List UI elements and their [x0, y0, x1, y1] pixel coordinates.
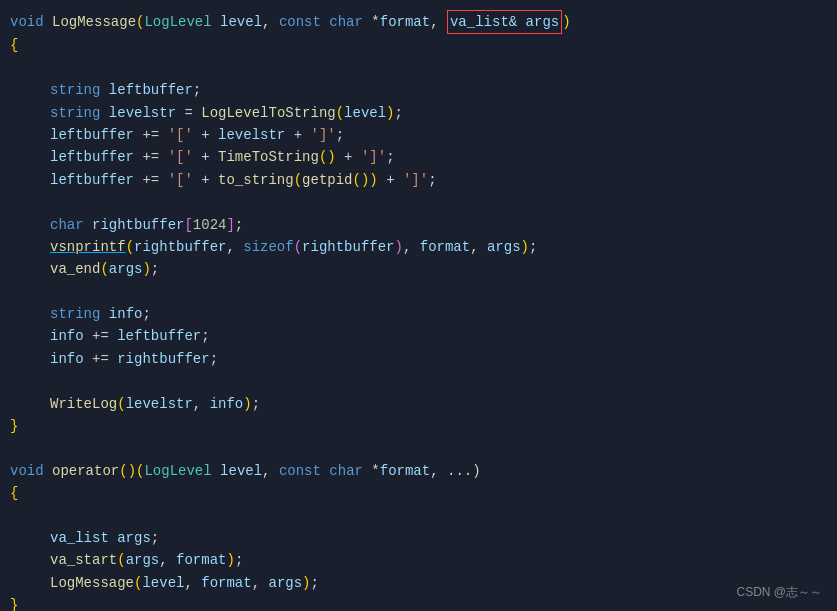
code-line: leftbuffer += '[' + to_string ( getpid (…: [0, 169, 837, 191]
code-line: leftbuffer += '[' + TimeToString () + ']…: [0, 146, 837, 168]
code-line: [0, 505, 837, 527]
code-line: void LogMessage ( LogLevel level , const…: [0, 10, 837, 34]
code-line: va_list args ;: [0, 527, 837, 549]
code-line: string info ;: [0, 303, 837, 325]
code-line: LogMessage ( level , format , args ) ;: [0, 572, 837, 594]
code-line: }: [0, 594, 837, 611]
code-line: leftbuffer += '[' + levelstr + ']' ;: [0, 124, 837, 146]
fn-logmessage: LogMessage: [52, 11, 136, 33]
code-line: [0, 57, 837, 79]
code-line: info += rightbuffer ;: [0, 348, 837, 370]
code-line: WriteLog ( levelstr , info ) ;: [0, 393, 837, 415]
code-line: string levelstr = LogLevelToString ( lev…: [0, 102, 837, 124]
code-line: void operator ()( LogLevel level , const…: [0, 460, 837, 482]
code-editor: void LogMessage ( LogLevel level , const…: [0, 0, 837, 611]
code-line: }: [0, 415, 837, 437]
code-line: string leftbuffer ;: [0, 79, 837, 101]
code-line: {: [0, 482, 837, 504]
code-line: [0, 370, 837, 392]
code-line: vsnprintf ( rightbuffer , sizeof ( right…: [0, 236, 837, 258]
watermark: CSDN @志～～: [736, 584, 822, 601]
keyword-void: void: [10, 11, 44, 33]
va-list-highlight: va_list& args: [447, 10, 562, 34]
code-line: [0, 191, 837, 213]
code-line: char rightbuffer [ 1024 ] ;: [0, 214, 837, 236]
code-line: [0, 281, 837, 303]
code-line: [0, 437, 837, 459]
code-line: va_start ( args , format ) ;: [0, 549, 837, 571]
code-line: info += leftbuffer ;: [0, 325, 837, 347]
code-line: va_end ( args ) ;: [0, 258, 837, 280]
code-line: {: [0, 34, 837, 56]
